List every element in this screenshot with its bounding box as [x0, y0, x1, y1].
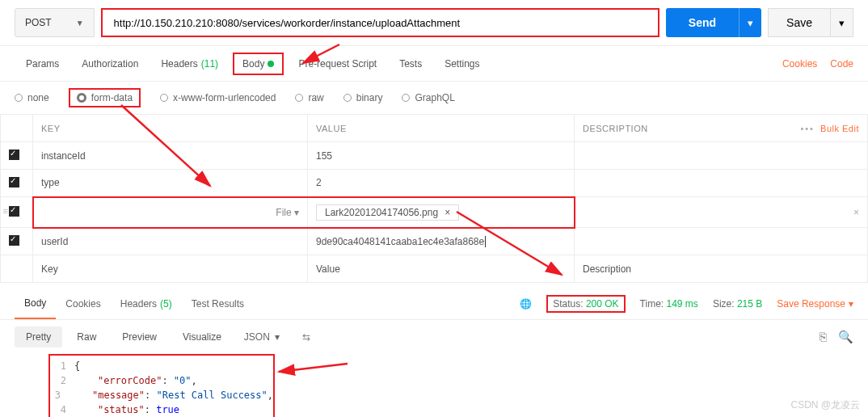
resp-format-select[interactable]: JSON▾	[236, 326, 288, 348]
col-key: KEY	[33, 115, 308, 142]
bodytype-graphql[interactable]: GraphQL	[402, 92, 454, 103]
bodytype-urlencoded[interactable]: x-www-form-urlencoded	[160, 92, 276, 103]
code-link[interactable]: Code	[830, 58, 853, 70]
key-cell[interactable]: type	[33, 170, 308, 197]
resp-tab-body[interactable]: Body	[15, 288, 56, 319]
table-row: ≡ File ▾ Lark20201204174056.png× ×	[1, 197, 868, 228]
checkbox-icon[interactable]	[9, 177, 19, 187]
col-value: VALUE	[308, 115, 575, 142]
method-label: POST	[25, 17, 52, 28]
close-icon[interactable]: ×	[445, 207, 450, 218]
file-type-select[interactable]: File ▾	[276, 207, 299, 218]
value-placeholder[interactable]: Value	[308, 255, 575, 283]
cookies-link[interactable]: Cookies	[782, 58, 817, 70]
key-cell[interactable]: userId	[33, 228, 308, 255]
more-icon[interactable]: •••	[800, 124, 815, 133]
bodytype-binary[interactable]: binary	[343, 92, 383, 103]
key-cell[interactable]: instanceId	[33, 142, 308, 170]
desc-placeholder[interactable]: Description	[575, 255, 868, 283]
globe-icon[interactable]: 🌐	[520, 298, 532, 310]
drag-icon[interactable]: ≡	[3, 206, 8, 216]
checkbox-icon[interactable]	[9, 150, 19, 160]
chevron-down-icon: ▾	[849, 298, 853, 310]
tab-settings[interactable]: Settings	[433, 46, 491, 81]
save-dropdown[interactable]: ▾	[831, 8, 853, 37]
key-placeholder[interactable]: Key	[33, 255, 308, 283]
tab-tests[interactable]: Tests	[388, 46, 433, 81]
size-badge: Size: 215 B	[713, 298, 762, 310]
col-desc: DESCRIPTION ••• Bulk Edit	[575, 115, 868, 142]
url-input[interactable]	[101, 8, 659, 37]
tab-params[interactable]: Params	[15, 46, 70, 81]
table-row: type 2	[1, 170, 868, 197]
chevron-down-icon: ▾	[275, 331, 280, 343]
tab-headers[interactable]: Headers (11)	[150, 46, 230, 81]
table-row-empty: Key Value Description	[1, 255, 868, 283]
tab-body[interactable]: Body	[233, 53, 284, 75]
copy-icon[interactable]: ⎘	[820, 330, 827, 344]
time-badge: Time: 149 ms	[640, 298, 698, 310]
wrap-icon[interactable]: ⇆	[291, 326, 322, 348]
key-cell[interactable]: File ▾	[33, 197, 308, 228]
chevron-down-icon: ▼	[76, 19, 84, 27]
send-dropdown[interactable]: ▾	[739, 8, 761, 37]
resp-view-raw[interactable]: Raw	[65, 326, 107, 348]
resp-view-pretty[interactable]: Pretty	[15, 326, 62, 348]
watermark: CSDN @龙凌云	[790, 398, 860, 412]
table-row: instanceId 155	[1, 142, 868, 170]
delete-row-icon[interactable]: ×	[853, 207, 859, 218]
value-cell[interactable]: Lark20201204174056.png×	[308, 197, 575, 228]
checkbox-icon[interactable]	[9, 235, 19, 246]
save-button[interactable]: Save	[768, 8, 831, 37]
resp-tab-headers[interactable]: Headers (5)	[111, 288, 182, 319]
resp-view-preview[interactable]: Preview	[111, 326, 168, 348]
value-cell[interactable]: 155	[308, 142, 575, 170]
file-chip[interactable]: Lark20201204174056.png×	[316, 204, 459, 221]
response-body: 1{ 2 "errorCode": "0", 3 "message": "Res…	[0, 354, 868, 417]
resp-tab-cookies[interactable]: Cookies	[56, 288, 110, 319]
table-row: userId 9de90ca4048141caaba1ec4e3afa868e	[1, 228, 868, 255]
bodytype-none[interactable]: none	[15, 92, 49, 103]
bodytype-raw[interactable]: raw	[295, 92, 323, 103]
bodytype-formdata[interactable]: form-data	[69, 88, 141, 107]
tab-prerequest[interactable]: Pre-request Script	[287, 46, 388, 81]
search-icon[interactable]: 🔍	[838, 330, 853, 344]
value-cell[interactable]: 9de90ca4048141caaba1ec4e3afa868e	[308, 228, 575, 255]
save-response-button[interactable]: Save Response ▾	[777, 298, 853, 310]
tab-authorization[interactable]: Authorization	[70, 46, 150, 81]
resp-tab-testresults[interactable]: Test Results	[182, 288, 254, 319]
dot-icon	[268, 61, 274, 67]
method-select[interactable]: POST ▼	[15, 8, 95, 37]
status-badge: Status: 200 OK	[546, 295, 625, 313]
bulk-edit-link[interactable]: Bulk Edit	[820, 124, 859, 133]
value-cell[interactable]: 2	[308, 170, 575, 197]
send-button[interactable]: Send	[666, 8, 739, 37]
checkbox-icon[interactable]	[9, 206, 19, 217]
resp-view-visualize[interactable]: Visualize	[171, 326, 233, 348]
formdata-table: KEY VALUE DESCRIPTION ••• Bulk Edit inst…	[0, 114, 868, 283]
